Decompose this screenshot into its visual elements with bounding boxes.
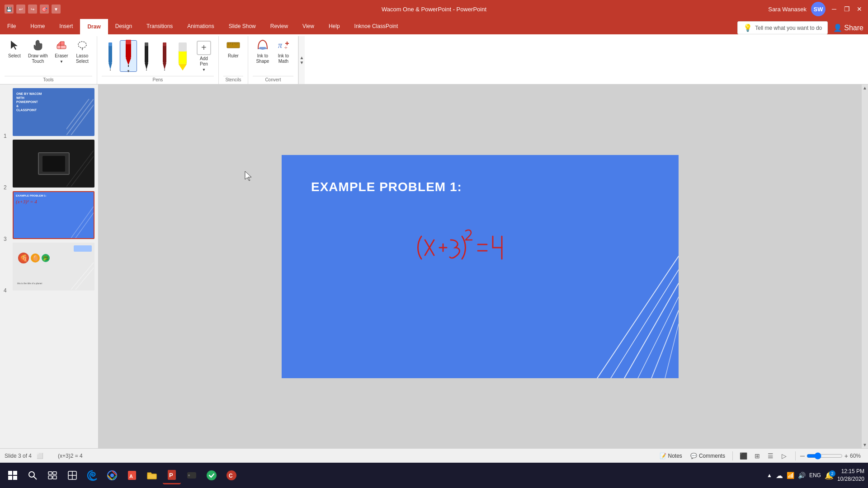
pen-red-button[interactable]: ▼	[120, 40, 137, 72]
select-button[interactable]: Select	[5, 36, 24, 61]
slide-1-number: 1	[4, 133, 10, 139]
pen-darkred-button[interactable]	[156, 40, 173, 72]
zoom-slider[interactable]	[807, 452, 843, 460]
comments-button[interactable]: 💬 Comments	[688, 452, 728, 460]
onedrive-icon[interactable]: ☁	[776, 471, 783, 480]
language-indicator[interactable]: ENG	[809, 472, 821, 479]
zoom-in-button[interactable]: +	[844, 452, 848, 460]
save-button[interactable]: 💾	[5, 5, 14, 14]
redo-button[interactable]: ↪	[28, 5, 37, 14]
zoom-controls: ─ + 60%	[800, 452, 863, 460]
tab-slideshow[interactable]: Slide Show	[222, 18, 263, 34]
add-pen-button[interactable]: + AddPen ▼	[194, 39, 214, 74]
slide-3-container: 3 EXAMPLE PROBLEM 1: (x+3)² = 4	[4, 191, 94, 239]
powerpoint-taskbar-button[interactable]: P	[163, 466, 181, 484]
pen-blue-button[interactable]	[102, 40, 119, 72]
slide-4-thumb[interactable]: 🍕 🥚 🥦 this is the title of a planet	[13, 243, 94, 291]
pen-black-button[interactable]	[138, 40, 155, 72]
svg-line-40	[71, 150, 94, 187]
slide-4-number: 4	[4, 287, 10, 294]
eraser-icon	[54, 38, 69, 52]
touch-icon	[31, 38, 45, 52]
slide-2-number: 2	[4, 184, 10, 191]
tab-classpoint[interactable]: Inknoe ClassPoint	[347, 18, 406, 34]
tab-home[interactable]: Home	[23, 18, 52, 34]
svg-line-37	[71, 99, 94, 135]
start-button[interactable]	[4, 466, 22, 484]
ruler-button[interactable]: Ruler	[223, 36, 243, 61]
search-bar[interactable]: 💡 Tell me what you want to do	[737, 21, 828, 34]
slide-2-container: 2	[4, 140, 94, 188]
slide-2-thumb[interactable]	[13, 140, 94, 188]
svg-rect-58	[53, 472, 57, 474]
svg-line-38	[66, 99, 89, 135]
undo-button[interactable]: ↩	[16, 5, 25, 14]
ribbon: File Home Insert Draw Design Transitions…	[0, 18, 868, 84]
tab-help[interactable]: Help	[321, 18, 347, 34]
ink-to-shape-button[interactable]: Ink toShape	[253, 36, 273, 66]
status-bar-right: 📝 Notes 💬 Comments ⬛ ⊞ ☰ ▷ ─ + 60%	[657, 450, 863, 461]
file-explorer-button[interactable]	[143, 466, 161, 484]
slide-1-thumb[interactable]: ONE BY WACOMWITHPOWERPOINT&CLASSPOINT	[13, 88, 94, 136]
svg-line-49	[651, 310, 679, 378]
svg-rect-7	[108, 42, 112, 46]
ribbon-scroll-button[interactable]: ▲▼	[298, 36, 305, 84]
slideshow-button[interactable]: ▷	[778, 450, 791, 461]
chrome-button[interactable]	[103, 466, 121, 484]
volume-icon[interactable]: 🔊	[798, 472, 806, 479]
close-button[interactable]: ✕	[855, 5, 863, 13]
notes-button[interactable]: 📝 Notes	[657, 452, 685, 460]
slide-canvas[interactable]: EXAMPLE PROBLEM 1:	[282, 155, 679, 378]
tab-transitions[interactable]: Transitions	[139, 18, 180, 34]
search-taskbar-button[interactable]	[24, 466, 42, 484]
share-button[interactable]: 👤 Share	[833, 23, 863, 32]
zoom-out-button[interactable]: ─	[800, 452, 805, 460]
classpoint-red-button[interactable]: C	[222, 466, 241, 484]
normal-view-button[interactable]: ⬛	[737, 450, 750, 461]
reading-view-button[interactable]: ☰	[764, 450, 777, 461]
classpoint-green-button[interactable]	[203, 466, 221, 484]
svg-marker-31	[258, 47, 267, 50]
widgets-button[interactable]	[63, 466, 81, 484]
accessibility-button[interactable]: ⬜	[35, 451, 44, 460]
tab-draw[interactable]: Draw	[80, 18, 108, 34]
svg-point-55	[29, 472, 34, 477]
draw-with-touch-button[interactable]: Draw withTouch	[25, 36, 51, 66]
customize-qat-button[interactable]: ▼	[52, 5, 61, 14]
ink-to-math-button[interactable]: π ÷ Ink toMath	[274, 36, 293, 66]
edge-button[interactable]	[83, 466, 101, 484]
network-icon[interactable]: 📶	[787, 472, 794, 479]
svg-rect-19	[163, 42, 166, 46]
tab-design[interactable]: Design	[108, 18, 139, 34]
add-pen-icon: +	[197, 41, 211, 55]
pen-yellow-button[interactable]	[174, 40, 191, 72]
svg-rect-60	[53, 476, 57, 479]
present-button[interactable]: 🎯	[40, 5, 49, 14]
minimize-button[interactable]: ─	[830, 5, 838, 13]
system-clock[interactable]: 12:15 PM 10/28/2020	[837, 468, 864, 483]
tab-animations[interactable]: Animations	[180, 18, 221, 34]
avatar[interactable]: SW	[811, 2, 826, 16]
eraser-button[interactable]: Eraser ▼	[52, 36, 71, 66]
system-tray: ▲ ☁ 📶 🔊 ENG	[767, 471, 821, 480]
tab-view[interactable]: View	[295, 18, 321, 34]
right-scrollbar[interactable]: ▲ ▼	[862, 84, 868, 448]
tab-file[interactable]: File	[0, 18, 23, 34]
wacom-button[interactable]	[183, 466, 201, 484]
acrobat-button[interactable]: A	[123, 466, 141, 484]
tab-insert[interactable]: Insert	[52, 18, 80, 34]
slide-3-thumb[interactable]: EXAMPLE PROBLEM 1: (x+3)² = 4	[13, 191, 94, 239]
svg-text:π: π	[278, 41, 283, 50]
status-bar-left: Slide 3 of 4 ⬜	[5, 451, 44, 460]
tray-arrow[interactable]: ▲	[767, 472, 772, 479]
taskbar: A P	[0, 463, 868, 488]
tab-review[interactable]: Review	[263, 18, 295, 34]
svg-rect-15	[145, 42, 148, 46]
taskbar-left: A P	[4, 466, 241, 484]
notification-button[interactable]: 🔔 2	[825, 471, 834, 480]
svg-line-41	[71, 206, 94, 238]
task-view-button[interactable]	[43, 466, 61, 484]
slide-sorter-button[interactable]: ⊞	[751, 450, 764, 461]
restore-button[interactable]: ❐	[843, 5, 851, 13]
lasso-select-button[interactable]: LassoSelect	[72, 36, 92, 66]
